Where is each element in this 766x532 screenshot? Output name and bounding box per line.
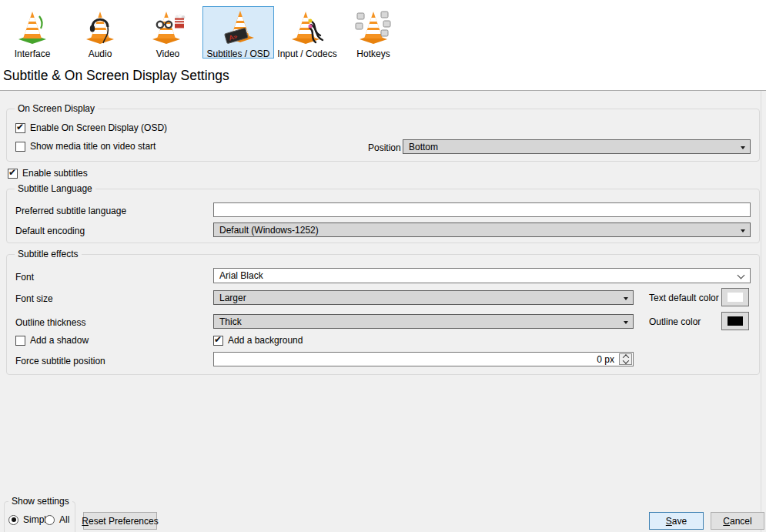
text-default-color-button[interactable] [721,288,749,306]
checkbox-box [15,336,25,346]
preferred-subtitle-language-input[interactable] [213,202,751,217]
radio-circle [45,515,55,525]
font-label: Font [15,272,34,283]
show-settings-group-title: Show settings [8,496,72,507]
show-media-title-checkbox[interactable]: Show media title on video start [15,141,156,152]
add-shadow-checkbox[interactable]: Add a shadow [15,335,89,346]
tab-label: Video [156,49,179,59]
tab-hotkeys[interactable]: Hotkeys [348,6,399,59]
checkbox-label: Add a shadow [30,335,89,346]
page-title: Subtitle & On Screen Display Settings [3,68,229,84]
osd-group-title: On Screen Display [15,103,98,114]
vlc-cone-input-codecs-icon [289,8,326,48]
vlc-cone-video-icon [149,8,186,48]
subtitle-language-group-title: Subtitle Language [15,183,95,194]
content-right-edge [761,91,761,532]
text-default-color-label: Text default color [649,293,719,303]
checkbox-label: Show media title on video start [30,141,156,152]
outline-color-label: Outline color [649,316,701,327]
title-separator [0,90,766,91]
outline-color-button[interactable] [721,312,749,330]
chevron-down-icon [624,297,628,303]
force-subtitle-position-spinbox[interactable]: 0 px [213,352,634,366]
tab-label: Interface [15,49,51,59]
checkbox-box [213,336,223,346]
chevron-down-icon [738,272,745,279]
text-color-swatch [728,293,743,302]
chevron-down-icon [741,229,745,235]
font-combobox[interactable]: Arial Black [213,268,751,283]
preferred-subtitle-language-label: Preferred subtitle language [15,206,126,216]
force-subtitle-position-label: Force subtitle position [15,356,105,366]
font-size-label: Font size [15,293,53,304]
show-settings-all-radio[interactable]: All [45,514,69,525]
enable-osd-checkbox[interactable]: Enable On Screen Display (OSD) [15,122,167,133]
position-dropdown[interactable]: Bottom [403,139,751,154]
tab-audio[interactable]: Audio [75,6,125,59]
subtitle-effects-group-title: Subtitle effects [15,249,82,259]
force-subtitle-position-value: 0 px [597,354,614,365]
checkbox-label: Enable On Screen Display (OSD) [30,122,167,133]
save-button[interactable]: Save [649,512,704,530]
font-combobox-value: Arial Black [219,270,263,281]
default-encoding-dropdown[interactable]: Default (Windows-1252) [213,223,751,237]
outline-thickness-label: Outline thickness [15,317,85,328]
tab-label: Subtitles / OSD [206,49,269,59]
outline-thickness-dropdown[interactable]: Thick [213,314,634,329]
enable-subtitles-checkbox[interactable]: Enable subtitles [8,168,88,179]
radio-label: All [59,514,69,525]
tab-input-codecs[interactable]: Input / Codecs [277,6,337,59]
spinbox-arrows[interactable] [619,353,632,365]
tab-subtitles-osd[interactable]: A» Subtitles / OSD [202,6,274,59]
tab-label: Input / Codecs [277,49,336,59]
checkbox-box [15,123,25,133]
position-dropdown-value: Bottom [409,142,438,152]
default-encoding-label: Default encoding [15,226,85,236]
vlc-cone-audio-icon [82,8,119,48]
add-background-checkbox[interactable]: Add a background [213,335,303,346]
reset-preferences-button[interactable]: Reset Preferences [83,512,157,530]
font-size-dropdown[interactable]: Larger [213,290,634,305]
chevron-down-icon [741,146,745,152]
tab-interface[interactable]: Interface [7,6,58,59]
position-label: Position [368,142,401,153]
checkbox-box [8,169,18,179]
checkbox-box [15,142,25,152]
vlc-simple-preferences-dialog: Interface Audio Video A» Subtitles / OSD [0,0,766,532]
font-size-dropdown-value: Larger [219,293,246,303]
tab-video[interactable]: Video [143,6,192,59]
outline-color-swatch [728,316,743,326]
outline-thickness-dropdown-value: Thick [219,316,242,327]
checkbox-label: Add a background [228,335,303,346]
cancel-button[interactable]: Cancel [711,512,764,530]
radio-circle [8,515,18,525]
vlc-cone-subtitles-icon: A» [220,8,257,48]
vlc-cone-interface-icon [14,8,51,48]
tab-label: Audio [89,49,112,59]
chevron-down-icon [624,321,628,326]
default-encoding-dropdown-value: Default (Windows-1252) [219,225,319,236]
checkbox-label: Enable subtitles [22,168,88,179]
tab-label: Hotkeys [356,49,390,59]
vlc-cone-hotkeys-icon [355,8,392,48]
